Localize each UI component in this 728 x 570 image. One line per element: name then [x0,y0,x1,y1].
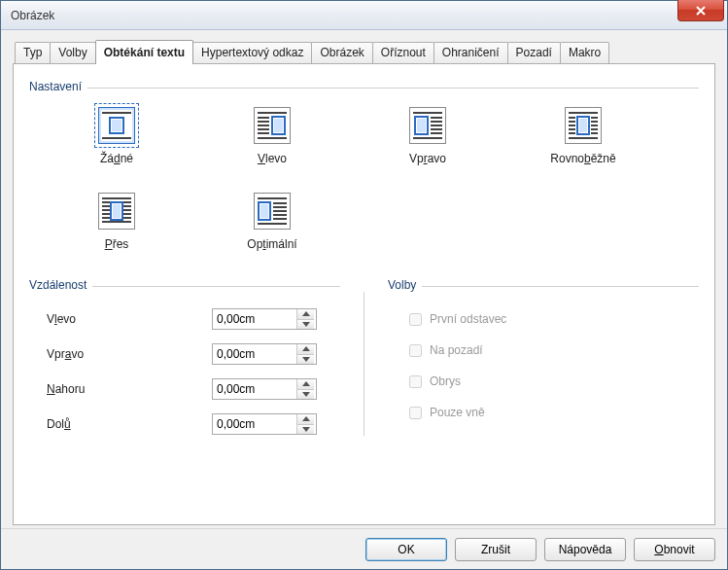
svg-rect-18 [431,132,442,134]
tab-background[interactable]: Pozadí [507,42,561,63]
svg-rect-50 [273,214,287,216]
button-bar: OK Zrušit Nápověda Obnovit [1,528,727,569]
wrap-left-label: Vlevo [258,152,287,165]
spin-up-icon[interactable] [297,379,314,390]
wrap-none-icon[interactable] [98,107,135,144]
svg-rect-10 [258,137,287,139]
wrap-through[interactable]: Přes [49,193,185,251]
svg-rect-3 [112,120,121,131]
wrap-optimal[interactable]: Optimální [204,193,340,251]
wrap-through-label: Přes [105,237,129,251]
option-background-label: Na pozadí [430,343,483,357]
option-background-checkbox [409,344,422,357]
svg-rect-31 [569,132,575,134]
ok-button[interactable]: OK [365,538,447,561]
distance-group: Vzdálenost Vlevo Vpravo [29,272,340,442]
svg-rect-0 [102,112,131,114]
svg-rect-33 [569,137,598,139]
svg-rect-6 [258,121,269,123]
close-button[interactable] [677,0,724,21]
wrap-optimal-icon[interactable] [254,193,291,230]
distance-bottom-input[interactable] [213,414,296,434]
tab-macro[interactable]: Makro [560,42,609,63]
svg-rect-1 [102,137,131,139]
svg-rect-46 [258,197,287,199]
distance-right-input[interactable] [213,344,296,364]
options-subgroup: Volby První odstavec Na pozadí [388,272,699,442]
svg-rect-52 [258,223,287,225]
svg-rect-27 [569,125,575,126]
client-area: Typ Volby Obtékání textu Hypertextový od… [1,30,727,569]
svg-rect-21 [417,119,426,132]
settings-group: Nastavení Žádné Vlevo [29,80,699,255]
tab-hyperlink[interactable]: Hypertextový odkaz [192,42,312,63]
tab-border[interactable]: Ohraničení [433,42,508,63]
option-outside-only-label: Pouze vně [430,406,485,419]
svg-rect-5 [258,117,269,119]
svg-rect-48 [273,206,287,208]
tab-image[interactable]: Obrázek [311,42,372,63]
wrap-through-icon[interactable] [98,193,135,230]
svg-rect-12 [274,119,283,132]
distance-bottom-spinner[interactable] [212,413,317,435]
wrap-right-label: Vpravo [409,152,446,165]
wrap-right[interactable]: Vpravo [360,107,496,165]
spin-down-icon[interactable] [297,390,314,400]
spin-up-icon[interactable] [297,344,314,355]
reset-button[interactable]: Obnovit [634,538,715,561]
distance-top-input[interactable] [213,379,296,399]
tabstrip: Typ Volby Obtékání textu Hypertextový od… [13,40,715,63]
tab-options[interactable]: Volby [50,42,95,63]
wrap-parallel-icon[interactable] [565,107,602,144]
tab-wrap[interactable]: Obtékání textu [95,40,193,64]
svg-rect-15 [431,121,442,123]
option-outside-only-checkbox [409,407,422,419]
svg-rect-42 [102,221,131,223]
svg-rect-35 [579,119,587,132]
svg-rect-17 [431,128,442,130]
vertical-separator [364,292,364,436]
option-first-paragraph: První odstavec [405,303,699,335]
svg-rect-49 [273,210,287,212]
svg-rect-28 [591,125,598,126]
svg-rect-54 [260,204,268,218]
distance-left-input[interactable] [213,309,296,329]
distance-group-label: Vzdálenost [29,278,92,292]
distance-left-spinner[interactable] [212,308,317,330]
svg-rect-9 [258,132,269,134]
svg-rect-23 [569,117,575,119]
spin-down-icon[interactable] [297,425,314,435]
spin-down-icon[interactable] [297,320,314,330]
wrap-right-icon[interactable] [409,107,446,144]
tab-type[interactable]: Typ [15,42,51,63]
distance-right-spinner[interactable] [212,343,317,365]
wrap-left-icon[interactable] [254,107,291,144]
svg-rect-25 [569,121,575,123]
option-background: Na pozadí [405,335,699,366]
options-subgroup-label: Volby [388,278,422,292]
svg-rect-29 [569,128,575,130]
svg-rect-19 [413,137,442,139]
help-button[interactable]: Nápověda [544,538,626,561]
svg-rect-47 [273,202,287,204]
svg-rect-51 [273,218,287,220]
wrap-parallel[interactable]: Rovnoběžně [515,107,651,165]
cancel-button[interactable]: Zrušit [455,538,537,561]
spin-down-icon[interactable] [297,355,314,365]
titlebar[interactable]: Obrázek [1,1,727,30]
spin-up-icon[interactable] [297,309,314,320]
option-first-paragraph-label: První odstavec [430,312,506,326]
distance-right-label: Vpravo [47,347,212,361]
wrap-left[interactable]: Vlevo [204,107,340,165]
svg-rect-14 [431,117,442,119]
svg-rect-16 [431,125,442,126]
spin-up-icon[interactable] [297,414,314,425]
svg-rect-32 [591,132,598,134]
tab-crop[interactable]: Oříznout [372,42,434,63]
distance-left-label: Vlevo [47,312,212,326]
option-contour-label: Obrys [430,374,461,388]
distance-top-spinner[interactable] [212,378,317,400]
wrap-parallel-label: Rovnoběžně [550,152,615,165]
svg-rect-22 [569,112,598,114]
wrap-none[interactable]: Žádné [49,107,185,165]
